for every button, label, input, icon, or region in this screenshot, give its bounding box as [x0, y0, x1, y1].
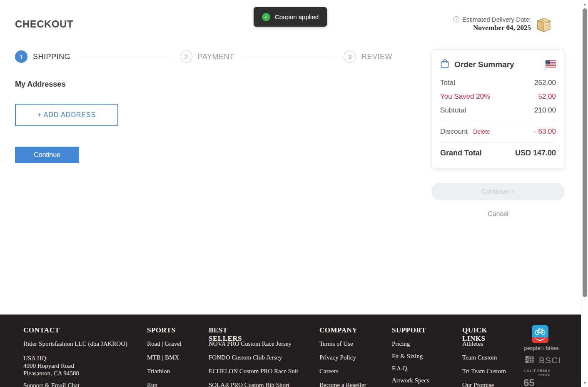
prop65-logo: CALIFORNIAPROP 65: [523, 369, 560, 387]
subtotal-value: 210.00: [534, 106, 556, 115]
discount-value: - 63.00: [534, 127, 556, 136]
footer-heading-contact: CONTACT: [23, 326, 60, 335]
footer-company-name: Rider Sportsfashion LLC (dba JAKROO): [23, 340, 127, 347]
footer-link[interactable]: Artwork Specs: [392, 377, 429, 384]
footer-link[interactable]: Road | Gravel: [147, 340, 182, 347]
footer-heading-company: COMPANY: [319, 326, 357, 335]
footer-address-line2: Pleasanton, CA 94588: [23, 370, 79, 377]
footer-heading-sports: SPORTS: [147, 326, 176, 335]
discount-label: Discount: [440, 127, 468, 136]
shipping-continue-button[interactable]: Continue: [15, 147, 79, 163]
help-icon[interactable]: ?: [453, 16, 459, 22]
summary-row-subtotal: Subtotal 210.00: [440, 106, 556, 115]
summary-row-saved: You Saved 20% 52.00: [440, 92, 556, 101]
footer-link[interactable]: Triathlon: [147, 368, 170, 375]
footer-link[interactable]: Pricing: [392, 340, 410, 347]
footer-heading-support: SUPPORT: [392, 326, 426, 335]
scroll-up-arrow[interactable]: ▲: [581, 1, 588, 7]
scrollbar-thumb[interactable]: [583, 8, 587, 297]
coupon-toast: ✓ Coupon applied: [254, 7, 327, 27]
summary-divider: [440, 121, 556, 121]
bsci-label: BSCI: [539, 355, 561, 365]
checkout-page: CHECKOUT ✓ Coupon applied ? Estimated De…: [0, 0, 581, 387]
people-for-bikes-label: peopleforbikes: [523, 345, 560, 351]
footer-link[interactable]: Careers: [319, 368, 339, 375]
estimated-delivery: ? Estimated Delivery Date: November 04, …: [453, 16, 553, 34]
order-summary-title: Order Summary: [454, 60, 546, 69]
cancel-link[interactable]: Cancel: [431, 210, 565, 218]
check-circle-icon: ✓: [262, 13, 270, 21]
shopping-bag-icon: [440, 59, 449, 70]
scroll-down-arrow[interactable]: ▼: [581, 380, 588, 386]
summary-row-grand-total: Grand Total USD 147.00: [440, 149, 556, 157]
summary-row-total: Total 262.00: [440, 79, 556, 87]
footer: CONTACT Rider Sportsfashion LLC (dba JAK…: [0, 315, 581, 387]
scrollbar[interactable]: ▲ ▼: [581, 0, 588, 387]
footer-support-chat-link[interactable]: Support & Email Chat: [23, 382, 80, 387]
grand-total-label: Grand Total: [440, 149, 482, 157]
footer-link[interactable]: F.A.Q.: [392, 365, 409, 372]
total-label: Total: [440, 79, 455, 87]
footer-link[interactable]: MTB | BMX: [147, 354, 179, 361]
delivery-date: November 04, 2025: [453, 24, 531, 32]
package-icon: [535, 16, 553, 34]
footer-link[interactable]: Team Custom: [462, 354, 497, 361]
step-connector: [78, 57, 172, 57]
saved-label: You Saved 20%: [440, 92, 490, 101]
summary-row-discount: Discount Delete - 63.00: [440, 127, 556, 136]
subtotal-label: Subtotal: [440, 106, 466, 115]
footer-link[interactable]: Terms of Use: [319, 340, 353, 347]
footer-link[interactable]: Run: [147, 382, 157, 387]
delete-coupon-link[interactable]: Delete: [473, 128, 490, 135]
summary-divider: [440, 142, 556, 142]
footer-hq-label: USA HQ:: [23, 355, 48, 362]
order-summary-card: Order Summary: [431, 49, 565, 169]
footer-link[interactable]: Athletes: [462, 340, 483, 347]
step-connector: [242, 57, 336, 57]
footer-link[interactable]: SOLAR PRO Custom Bib Short: [209, 382, 289, 387]
checkout-stepper: 1 SHIPPING 2 PAYMENT 3 REVIEW: [15, 50, 400, 63]
delivery-label: Estimated Delivery Date:: [462, 16, 531, 23]
footer-link[interactable]: FONDO Custom Club Jersey: [209, 354, 282, 361]
add-address-button[interactable]: + ADD ADDRESS: [15, 104, 118, 126]
footer-link[interactable]: Fit & Sizing: [392, 353, 423, 360]
saved-value: 52.00: [538, 92, 556, 101]
summary-continue-button[interactable]: Continue >: [431, 183, 565, 200]
footer-link[interactable]: ECHELON Custom PRO Race Suit: [209, 368, 298, 375]
grand-total-value: USD 147.00: [515, 149, 556, 157]
people-for-bikes-icon: [532, 325, 548, 343]
total-value: 262.00: [534, 79, 556, 87]
us-flag-icon: [546, 60, 556, 69]
step-3-label: REVIEW: [361, 52, 392, 61]
footer-address-line1: 4900 Hopyard Road: [23, 362, 74, 370]
step-1-label: SHIPPING: [33, 52, 70, 61]
footer-link[interactable]: Privacy Policy: [319, 354, 356, 361]
my-addresses-heading: My Addresses: [15, 80, 65, 89]
bsci-logo: BSCI: [524, 355, 561, 366]
footer-link[interactable]: Become a Reseller: [319, 382, 366, 387]
footer-link[interactable]: Tri Team Custom: [462, 368, 506, 375]
step-2-label: PAYMENT: [198, 52, 234, 61]
toast-message: Coupon applied: [275, 13, 319, 20]
step-2-circle: 2: [180, 50, 192, 63]
page-title: CHECKOUT: [15, 18, 73, 30]
step-1-circle: 1: [15, 50, 27, 63]
footer-link[interactable]: Our Promise: [462, 382, 494, 387]
step-3-circle: 3: [344, 50, 356, 63]
footer-link[interactable]: NOVA PRO Custom Race Jersey: [209, 340, 292, 347]
